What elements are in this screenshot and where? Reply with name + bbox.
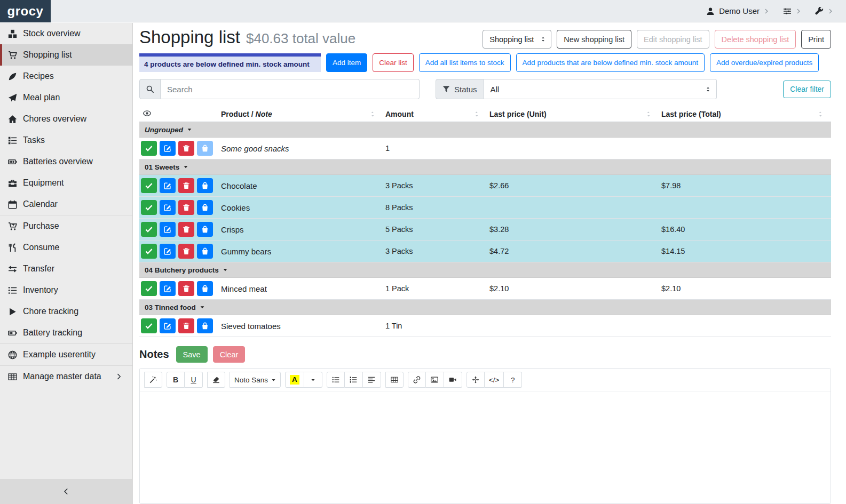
clear-filter-button[interactable]: Clear filter	[783, 81, 831, 98]
notes-editor-area[interactable]	[140, 391, 831, 503]
trash-icon	[183, 204, 190, 211]
sidebar-item-chores-overview[interactable]: Chores overview	[0, 108, 132, 130]
add-all-list-items-to-stock-button[interactable]: Add all list items to stock	[419, 53, 511, 72]
add-to-stock-button[interactable]	[197, 200, 213, 215]
group-header-03-tinned-food[interactable]: 03 Tinned food	[139, 300, 831, 315]
add-to-stock-button[interactable]	[197, 141, 213, 156]
sidebar-item-label: Chore tracking	[23, 307, 125, 316]
mark-item-done-button[interactable]	[141, 222, 157, 237]
group-header-01-sweets[interactable]: 01 Sweets	[139, 159, 831, 175]
delete-item-button[interactable]	[178, 178, 194, 193]
mark-item-done-button[interactable]	[141, 318, 157, 333]
edit-item-button[interactable]	[160, 244, 176, 259]
save-notes-button[interactable]: Save	[176, 346, 208, 363]
edit-item-button[interactable]	[160, 200, 176, 215]
fullscreen-button[interactable]	[467, 372, 485, 388]
sidebar-item-inventory[interactable]: Inventory	[0, 279, 132, 301]
ordered-list-button[interactable]	[345, 372, 363, 388]
edit-item-button[interactable]	[160, 281, 176, 296]
magic-style-button[interactable]	[144, 372, 162, 388]
header-menus: Demo User	[706, 6, 846, 15]
delete-item-button[interactable]	[178, 318, 194, 333]
sidebar-item-tasks[interactable]: Tasks	[0, 130, 132, 151]
insert-link-button[interactable]	[408, 372, 426, 388]
color-dropdown-button[interactable]	[304, 372, 322, 388]
add-item-button[interactable]: Add item	[326, 53, 367, 72]
delete-item-button[interactable]	[178, 244, 194, 259]
mark-item-done-button[interactable]	[141, 244, 157, 259]
edit-shopping-list-button[interactable]: Edit shopping list	[637, 30, 709, 49]
text-color-button[interactable]: A	[285, 372, 304, 388]
settings-menu[interactable]	[783, 7, 801, 15]
trash-icon	[183, 145, 190, 152]
product-cell: Chocolate	[219, 181, 383, 190]
app-logo[interactable]: grocy	[0, 0, 51, 22]
delete-item-button[interactable]	[178, 141, 194, 156]
delete-item-button[interactable]	[178, 200, 194, 215]
mark-item-done-button[interactable]	[141, 141, 157, 156]
sidebar-item-chore-tracking[interactable]: Chore tracking	[0, 301, 132, 322]
delete-shopping-list-button[interactable]: Delete shopping list	[715, 30, 796, 49]
column-header-unit-price[interactable]: Last price (Unit)	[487, 110, 659, 118]
clear-formatting-button[interactable]	[207, 372, 225, 388]
trash-icon	[183, 285, 190, 292]
clear-notes-button[interactable]: Clear	[213, 346, 246, 363]
column-header-total-price[interactable]: Last price (Total)	[659, 110, 831, 118]
sidebar-item-meal-plan[interactable]: Meal plan	[0, 87, 132, 108]
paragraph-button[interactable]	[363, 372, 381, 388]
edit-item-button[interactable]	[160, 141, 176, 156]
clear-list-button[interactable]: Clear list	[373, 53, 414, 72]
sidebar-item-example-userentity[interactable]: Example userentity	[0, 344, 132, 365]
add-to-stock-button[interactable]	[197, 281, 213, 296]
sidebar-item-batteries-overview[interactable]: Batteries overview	[0, 151, 132, 172]
sidebar-item-equipment[interactable]: Equipment	[0, 172, 132, 194]
add-to-stock-button[interactable]	[197, 178, 213, 193]
edit-item-button[interactable]	[160, 222, 176, 237]
mark-item-done-button[interactable]	[141, 200, 157, 215]
sidebar-item-calendar[interactable]: Calendar	[0, 194, 132, 215]
underline-button[interactable]: U	[185, 372, 203, 388]
mark-item-done-button[interactable]	[141, 178, 157, 193]
search-input[interactable]	[161, 79, 420, 99]
sidebar-item-consume[interactable]: Consume	[0, 237, 132, 258]
sidebar-item-stock-overview[interactable]: Stock overview	[0, 23, 132, 44]
column-header-amount[interactable]: Amount	[383, 110, 487, 118]
sidebar-item-purchase[interactable]: Purchase	[0, 215, 132, 237]
insert-picture-button[interactable]	[426, 372, 444, 388]
add-to-stock-button[interactable]	[197, 318, 213, 333]
font-family-button[interactable]: Noto Sans	[230, 372, 281, 388]
sidebar-collapse-button[interactable]	[0, 479, 132, 504]
status-filter-select[interactable]: All	[484, 79, 717, 99]
bold-button[interactable]: B	[167, 372, 185, 388]
add-overdue-expired-products-button[interactable]: Add overdue/expired products	[710, 53, 819, 72]
add-to-stock-button[interactable]	[197, 222, 213, 237]
sidebar-item-shopping-list[interactable]: Shopping list	[0, 44, 132, 66]
sidebar-item-recipes[interactable]: Recipes	[0, 66, 132, 87]
insert-table-button[interactable]	[385, 372, 404, 388]
edit-item-button[interactable]	[160, 178, 176, 193]
add-products-that-are-below-defined-min-stock-amount-button[interactable]: Add products that are below defined min.…	[516, 53, 705, 72]
delete-item-button[interactable]	[178, 281, 194, 296]
edit-item-button[interactable]	[160, 318, 176, 333]
code-view-button[interactable]: </>	[485, 372, 504, 388]
sidebar-item-manage-master-data[interactable]: Manage master data	[0, 366, 132, 387]
group-header-ungrouped[interactable]: Ungrouped	[139, 122, 831, 138]
insert-video-button[interactable]	[444, 372, 462, 388]
min-stock-alert: 4 products are below defined min. stock …	[139, 53, 321, 72]
column-header-product[interactable]: Product / Note	[219, 110, 383, 118]
group-header-04-butchery-products[interactable]: 04 Butchery products	[139, 262, 831, 278]
toggle-done-items-header[interactable]	[139, 109, 219, 119]
new-shopping-list-button[interactable]: New shopping list	[557, 30, 631, 49]
add-to-stock-button[interactable]	[197, 244, 213, 259]
user-menu[interactable]: Demo User	[706, 6, 769, 15]
print-button[interactable]: Print	[801, 30, 831, 49]
delete-item-button[interactable]	[178, 222, 194, 237]
mark-item-done-button[interactable]	[141, 281, 157, 296]
chevron-left-icon	[62, 488, 69, 495]
sidebar-item-transfer[interactable]: Transfer	[0, 258, 132, 279]
admin-menu[interactable]	[815, 7, 833, 15]
unordered-list-button[interactable]	[327, 372, 345, 388]
shopping-list-select[interactable]: Shopping list	[483, 30, 551, 49]
sidebar-item-battery-tracking[interactable]: Battery tracking	[0, 322, 132, 343]
help-button[interactable]: ?	[504, 372, 522, 388]
